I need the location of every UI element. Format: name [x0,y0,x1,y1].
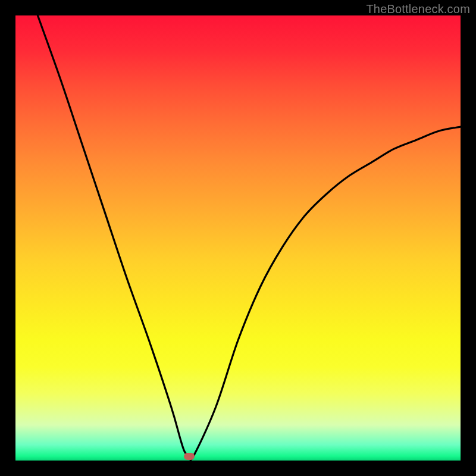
optimum-marker [184,453,195,460]
curve-layer [15,15,461,461]
bottleneck-curve [37,15,461,460]
chart-container: TheBottleneck.com [0,0,476,476]
watermark-text: TheBottleneck.com [366,2,470,16]
